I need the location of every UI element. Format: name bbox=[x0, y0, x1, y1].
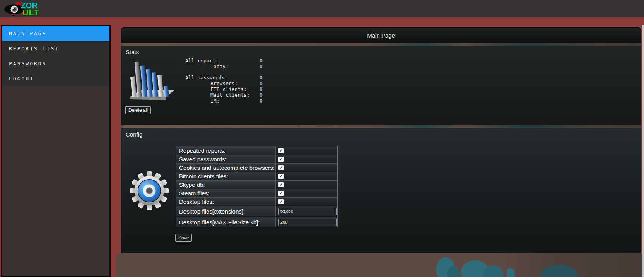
stats-label: Today: bbox=[210, 63, 229, 69]
config-row-label: Skype db: bbox=[176, 181, 276, 189]
config-row-control: ✓ bbox=[276, 198, 337, 206]
checkbox[interactable]: ✓ bbox=[278, 165, 284, 170]
scrollbar[interactable] bbox=[642, 25, 644, 277]
config-row-control bbox=[276, 206, 337, 216]
config-section: Config bbox=[121, 128, 641, 253]
main-panel: Main Page Stats bbox=[121, 27, 641, 253]
config-row-label: Desktop files[MAX FileSize kb]: bbox=[176, 217, 276, 227]
stats-line: Mail clients:0 bbox=[185, 92, 278, 98]
config-row: Desktop files:✓ bbox=[176, 197, 337, 206]
stats-value: 0 bbox=[260, 80, 263, 86]
config-row: Bitcoin clients files:✓ bbox=[176, 172, 337, 180]
config-row-control: ✓ bbox=[276, 172, 337, 180]
config-row-label: Bitcoin clients files: bbox=[176, 172, 276, 180]
page-title: Main Page bbox=[121, 28, 641, 43]
stats-value: 0 bbox=[260, 86, 263, 92]
stats-label: All report: bbox=[185, 58, 219, 63]
checkbox[interactable]: ✓ bbox=[278, 182, 284, 187]
stats-value: 0 bbox=[260, 58, 263, 63]
sidebar-item-passwords[interactable]: PASSWORDS bbox=[2, 56, 109, 71]
stats-value: 0 bbox=[260, 92, 263, 98]
checkbox[interactable]: ✓ bbox=[278, 191, 284, 196]
stats-spacer bbox=[185, 69, 278, 75]
config-row-label: Steam files: bbox=[176, 189, 276, 197]
sidebar-menu: MAIN PAGEREPORTS LISTPASSWORDSLOGOUT bbox=[2, 26, 109, 86]
config-row-label: Repeated reports: bbox=[176, 146, 276, 155]
checkbox[interactable]: ✓ bbox=[278, 157, 284, 162]
config-row-label: Saved passwords: bbox=[176, 155, 276, 163]
config-row-control bbox=[276, 217, 337, 227]
logo-word-ult: ULT bbox=[22, 8, 39, 18]
config-row-label: Cookies and autocomplete browsers: bbox=[176, 164, 276, 172]
azorult-logo: A ZOR ULT bbox=[4, 0, 46, 17]
checkbox[interactable]: ✓ bbox=[278, 148, 284, 153]
config-row-control: ✓ bbox=[276, 189, 337, 197]
sidebar-item-main-page[interactable]: MAIN PAGE bbox=[2, 26, 109, 41]
stats-value: 0 bbox=[260, 75, 263, 80]
sidebar-item-reports-list[interactable]: REPORTS LIST bbox=[2, 41, 109, 56]
world-map-background bbox=[116, 253, 644, 277]
stats-label: Mail clients: bbox=[210, 92, 250, 98]
gear-icon bbox=[130, 171, 169, 210]
config-row-control: ✓ bbox=[276, 146, 337, 155]
config-row: Desktop files[MAX FileSize kb]: bbox=[176, 216, 337, 227]
stats-value: 0 bbox=[260, 63, 263, 69]
stats-line: IM:0 bbox=[185, 98, 278, 104]
stats-label: All passwords: bbox=[185, 75, 228, 80]
stats-section: Stats bbox=[121, 46, 641, 125]
stats-line: Browsers:0 bbox=[185, 80, 278, 86]
text-input[interactable] bbox=[278, 219, 337, 226]
config-heading: Config bbox=[126, 131, 142, 138]
stats-value: 0 bbox=[260, 98, 263, 104]
config-row: Desktop files[extensions]: bbox=[176, 206, 337, 216]
stats-label: Browsers: bbox=[210, 80, 237, 86]
stats-label: FTP clients: bbox=[210, 86, 247, 92]
config-row-control: ✓ bbox=[276, 164, 337, 172]
save-button[interactable]: Save bbox=[175, 234, 192, 242]
stats-lines: All report:0Today:0All passwords:0Browse… bbox=[185, 58, 278, 103]
sidebar: MAIN PAGEREPORTS LISTPASSWORDSLOGOUT bbox=[1, 25, 111, 277]
stats-heading: Stats bbox=[126, 49, 139, 55]
stats-line: All report:0 bbox=[185, 58, 278, 63]
config-row-control: ✓ bbox=[276, 181, 337, 189]
checkbox[interactable]: ✓ bbox=[278, 174, 284, 179]
bar-chart-icon bbox=[128, 56, 174, 104]
config-row: Steam files:✓ bbox=[176, 189, 337, 197]
sidebar-item-logout[interactable]: LOGOUT bbox=[2, 71, 109, 86]
stats-line: Today:0 bbox=[185, 63, 278, 69]
config-row: Saved passwords:✓ bbox=[176, 155, 337, 163]
config-row: Repeated reports:✓ bbox=[176, 146, 337, 155]
delete-all-button[interactable]: Delete all bbox=[125, 106, 151, 114]
config-row-label: Desktop files[extensions]: bbox=[176, 206, 276, 216]
config-row-control: ✓ bbox=[276, 155, 337, 163]
divider bbox=[121, 125, 641, 128]
stats-line: All passwords:0 bbox=[185, 75, 278, 80]
stats-label: IM: bbox=[210, 98, 219, 104]
world-map-land-shapes bbox=[116, 253, 644, 277]
config-row: Cookies and autocomplete browsers:✓ bbox=[176, 163, 337, 172]
text-input[interactable] bbox=[278, 208, 337, 215]
stats-line: FTP clients:0 bbox=[185, 86, 278, 92]
config-row: Skype db:✓ bbox=[176, 180, 337, 189]
top-header-bar: A ZOR ULT bbox=[0, 0, 644, 17]
config-row-label: Desktop files: bbox=[176, 198, 276, 206]
checkbox[interactable]: ✓ bbox=[278, 199, 284, 204]
config-table: Repeated reports:✓Saved passwords:✓Cooki… bbox=[176, 146, 338, 227]
